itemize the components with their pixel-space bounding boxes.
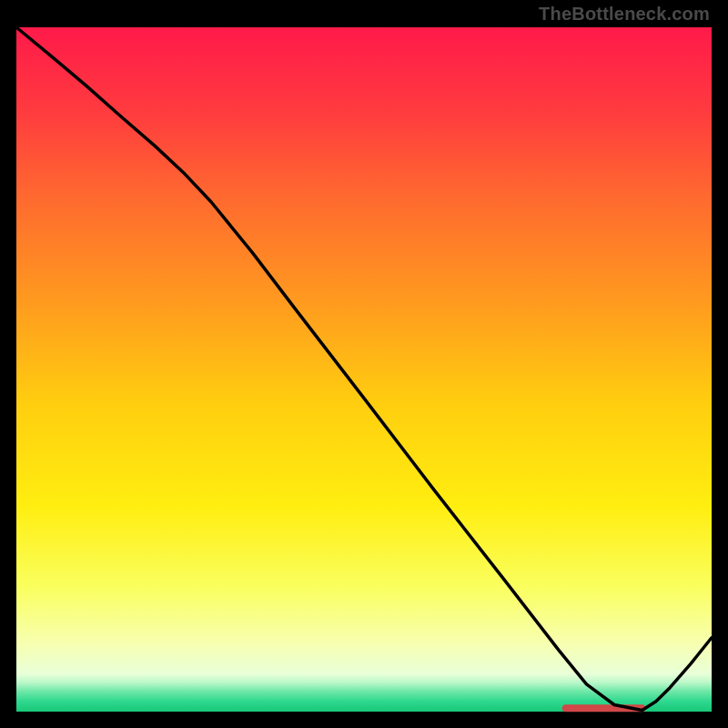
gradient-background: [16, 27, 712, 712]
watermark-text: TheBottleneck.com: [539, 4, 710, 25]
chart-canvas: [0, 0, 728, 728]
